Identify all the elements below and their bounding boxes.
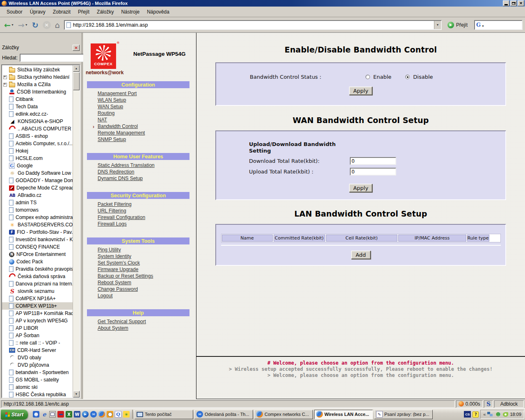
nav-link[interactable]: SNMP Setup (98, 137, 126, 143)
bookmark-item[interactable]: Složka rychlého hledání (2, 73, 73, 81)
url-input[interactable] (73, 22, 434, 28)
bookmark-item[interactable]: ČSOB Internetbanking (2, 88, 73, 96)
menu-item[interactable]: Soubor (3, 8, 26, 16)
nav-link[interactable]: Routing (98, 110, 114, 117)
nav-link[interactable]: Firewall Logs (98, 221, 127, 228)
messenger-tray-icon[interactable] (495, 411, 501, 418)
bookmark-item[interactable]: CONSEQ FINANCE (2, 243, 73, 251)
nav-link[interactable]: Management Port (98, 91, 137, 97)
add-rule-button[interactable]: Add (351, 251, 371, 259)
forward-dropdown-icon[interactable]: ▼ (25, 23, 28, 26)
nav-link[interactable]: WAN Setup (98, 104, 123, 110)
quick-launch-icon[interactable] (90, 411, 97, 418)
bookmark-item[interactable]: GS MOBIL - satelity (2, 376, 73, 383)
bookmark-item[interactable]: CDR-Hard Server (2, 347, 73, 354)
quick-launch-icon[interactable] (98, 411, 105, 418)
nav-link[interactable]: Firewall Configuration (98, 215, 145, 221)
bookmark-item[interactable]: COMPEX WP11b+ (2, 302, 73, 310)
adblock-status[interactable]: Adblock (494, 400, 524, 408)
bookmark-item[interactable]: Danova priznani na Intern... (2, 280, 73, 288)
bookmark-item[interactable]: Pravidla českého pravopis... (2, 265, 73, 273)
nav-link[interactable]: Dynamic DNS Setup (98, 176, 143, 182)
download-rate-input[interactable] (350, 157, 396, 165)
nav-link[interactable]: Set System's Clock (98, 260, 140, 267)
task-button[interactable]: Psaní zprávy: (bez p... (374, 410, 433, 419)
back-button[interactable]: ←▼ (2, 19, 16, 31)
bookmark-item[interactable]: slovník seznamu (2, 288, 73, 295)
task-button[interactable]: Compex networks C... (254, 410, 313, 419)
restore-button[interactable] (510, 0, 517, 6)
quick-launch-icon[interactable] (107, 411, 113, 418)
scroll-down-icon[interactable]: ▼ (73, 391, 80, 397)
menu-item[interactable]: Záložky (94, 8, 117, 16)
bookmark-item[interactable]: Česká daňová správa (2, 273, 73, 280)
expand-toggle-icon[interactable] (3, 83, 7, 87)
nav-link[interactable]: Packet Filtering (98, 201, 132, 208)
bookmark-item[interactable]: Actebis Computer, s.r.o./... (2, 140, 73, 147)
nav-link[interactable]: Get Technical Support (98, 319, 146, 325)
bookmark-item[interactable]: .. ABACUS COMPUTER .. (2, 125, 73, 132)
nav-link[interactable]: NAT (98, 117, 107, 123)
bookmark-item[interactable]: HSBC Česká republika (2, 391, 73, 397)
forward-button[interactable]: →▼ (16, 19, 30, 31)
nav-link[interactable]: Bandwidth Control (98, 123, 138, 130)
bookmark-item[interactable]: DVD půjčovna (2, 361, 73, 369)
bookmark-item[interactable]: Složka lišty záložek (2, 66, 73, 73)
tray-collapse-icon[interactable]: « (483, 412, 486, 417)
bookmark-item[interactable]: AP LIBOR (2, 324, 73, 332)
menu-item[interactable]: Nápověda (144, 8, 173, 16)
reload-button[interactable]: ↻ (30, 19, 40, 31)
quick-launch-icon[interactable] (33, 411, 39, 418)
bookmark-item[interactable]: DVD obaly (2, 354, 73, 361)
cs-tray-icon[interactable]: CS (464, 411, 471, 418)
switchproxy-indicator[interactable]: S (484, 400, 493, 408)
nav-link[interactable]: URL Filtering (98, 208, 126, 215)
bookmark-item[interactable]: HCSLE.com (2, 155, 73, 162)
web-search-input[interactable] (484, 22, 520, 28)
nvidia-icon[interactable] (503, 412, 508, 417)
apply-status-button[interactable]: Apply (349, 87, 372, 95)
bookmark-item[interactable]: tomorrows (2, 206, 73, 214)
task-button[interactable]: Tento počítač (135, 410, 193, 419)
bookmark-item[interactable]: Mozilla a CZilla (2, 81, 73, 88)
sidebar-scrollbar[interactable]: ▲ ▼ (73, 65, 80, 397)
quick-launch-icon[interactable] (41, 411, 48, 418)
minimize-button[interactable] (503, 0, 509, 6)
start-button[interactable]: Start (1, 409, 28, 420)
search-engine-dropdown-icon[interactable]: ▼ (482, 25, 484, 27)
bookmark-item[interactable]: AP Šorban (2, 332, 73, 339)
bookmark-item[interactable]: admin TS (2, 199, 73, 206)
scroll-up-icon[interactable]: ▲ (73, 65, 80, 72)
stop-button[interactable]: × (41, 19, 52, 31)
menu-item[interactable]: Nástroje (118, 8, 143, 16)
bookmark-item[interactable]: Google (2, 162, 73, 169)
bookmark-item[interactable]: Tech Data (2, 103, 73, 110)
bookmark-item[interactable]: AP v korytech WPE54G (2, 317, 73, 324)
bookmark-item[interactable]: Codec Pack (2, 258, 73, 265)
menu-item[interactable]: Zobrazit (50, 8, 74, 16)
close-button[interactable]: × (518, 0, 524, 6)
bookmark-item[interactable]: edlink.edcz.cz- (2, 110, 73, 118)
nav-link[interactable]: Change Password (98, 286, 138, 293)
bookmark-item[interactable]: atomic ski (2, 383, 73, 391)
enable-radio[interactable] (365, 75, 370, 79)
quick-launch-icon[interactable] (123, 411, 130, 418)
bookmark-item[interactable]: AP WP11B+ Komíňák Radli... (2, 310, 73, 317)
bookmark-item[interactable]: betandwin - Sportwetten (2, 369, 73, 376)
nav-link[interactable]: System Identity (98, 253, 131, 260)
menu-item[interactable]: Přejít (75, 8, 93, 16)
apply-wan-button[interactable]: Apply (349, 184, 372, 192)
quick-launch-icon[interactable] (49, 411, 56, 418)
menu-item[interactable]: Úpravy (27, 8, 49, 16)
go-button[interactable]: ▶ Přejít (444, 22, 471, 28)
disable-radio[interactable] (405, 75, 410, 79)
nav-link[interactable]: Reboot System (98, 280, 131, 286)
bookmark-item[interactable]: Depeche Mode CZ spread... (2, 184, 73, 192)
quick-launch-icon[interactable] (115, 411, 121, 418)
bookmark-search-input[interactable] (20, 54, 87, 62)
nav-link[interactable]: Logout (98, 293, 113, 299)
help-bubble-icon[interactable] (472, 411, 479, 418)
nav-link[interactable]: Ping Utility (98, 247, 121, 253)
nav-link[interactable]: About System (98, 325, 128, 332)
upload-rate-input[interactable] (350, 168, 396, 176)
